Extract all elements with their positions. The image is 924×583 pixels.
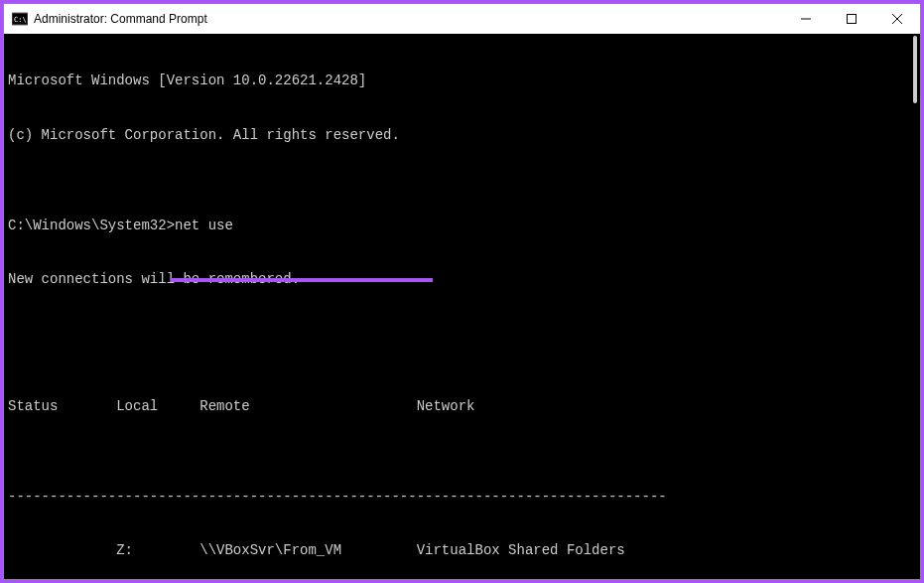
terminal-area[interactable]: Microsoft Windows [Version 10.0.22621.24…	[4, 34, 920, 579]
terminal-line: New connections will be remembered.	[8, 270, 916, 288]
command-prompt-window: C:\ Administrator: Command Prompt Micros…	[3, 3, 921, 580]
terminal-line: C:\Windows\System32>net use	[8, 217, 916, 234]
svg-text:C:\: C:\	[14, 16, 27, 24]
minimize-button[interactable]	[783, 4, 829, 34]
terminal-line: (c) Microsoft Corporation. All rights re…	[8, 126, 916, 144]
scrollbar-track[interactable]	[904, 34, 920, 579]
window-controls	[783, 4, 920, 34]
terminal-line: Status Local Remote Network	[8, 397, 916, 415]
cmd-icon: C:\	[12, 11, 28, 27]
terminal-line: Z: \\VBoxSvr\From_VM VirtualBox Shared F…	[8, 541, 916, 559]
titlebar[interactable]: C:\ Administrator: Command Prompt	[4, 4, 920, 34]
close-button[interactable]	[874, 4, 920, 34]
terminal-line: ----------------------------------------…	[8, 488, 916, 506]
maximize-button[interactable]	[829, 4, 874, 34]
titlebar-title: Administrator: Command Prompt	[34, 12, 783, 26]
terminal-line: Microsoft Windows [Version 10.0.22621.24…	[8, 72, 916, 89]
svg-rect-3	[848, 15, 857, 24]
scrollbar-thumb[interactable]	[913, 36, 917, 103]
highlight-underline	[171, 278, 433, 282]
